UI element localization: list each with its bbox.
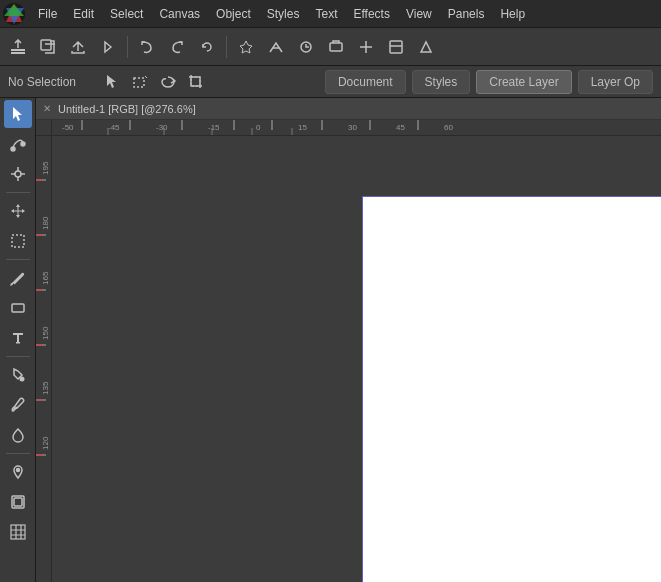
svg-rect-13 bbox=[12, 304, 24, 312]
menu-bar: File Edit Select Canvas Object Styles Te… bbox=[0, 0, 661, 28]
svg-point-11 bbox=[15, 171, 21, 177]
menu-text[interactable]: Text bbox=[307, 4, 345, 24]
menu-select[interactable]: Select bbox=[102, 4, 151, 24]
reset-button[interactable] bbox=[193, 33, 221, 61]
svg-text:-50: -50 bbox=[62, 123, 74, 132]
move-tool[interactable] bbox=[4, 197, 32, 225]
export-button[interactable] bbox=[4, 33, 32, 61]
svg-text:45: 45 bbox=[396, 123, 405, 132]
menu-view[interactable]: View bbox=[398, 4, 440, 24]
svg-text:30: 30 bbox=[348, 123, 357, 132]
svg-point-15 bbox=[19, 377, 24, 382]
svg-text:60: 60 bbox=[444, 123, 453, 132]
marquee-tool[interactable] bbox=[4, 227, 32, 255]
svg-text:180: 180 bbox=[41, 216, 50, 230]
svg-text:-45: -45 bbox=[108, 123, 120, 132]
paint-tool[interactable] bbox=[4, 264, 32, 292]
svg-text:165: 165 bbox=[41, 271, 50, 285]
tool-separator-1 bbox=[6, 192, 30, 193]
undo-button[interactable] bbox=[133, 33, 161, 61]
no-selection-label: No Selection bbox=[8, 75, 88, 89]
forward-button[interactable] bbox=[94, 33, 122, 61]
share-button[interactable] bbox=[64, 33, 92, 61]
app-logo bbox=[2, 2, 26, 26]
menu-file[interactable]: File bbox=[30, 4, 65, 24]
node-tool[interactable] bbox=[4, 130, 32, 158]
document-title: Untitled-1 [RGB] [@276.6%] bbox=[58, 103, 196, 115]
marquee-select-tool[interactable] bbox=[128, 70, 152, 94]
menu-object[interactable]: Object bbox=[208, 4, 259, 24]
tab-styles[interactable]: Styles bbox=[412, 70, 471, 94]
ruler-top: -50 -45 -30 -15 0 15 30 45 60 bbox=[52, 120, 661, 136]
svg-rect-2 bbox=[11, 52, 25, 54]
ruler-left: 195 180 165 150 135 120 bbox=[36, 120, 52, 582]
svg-text:0: 0 bbox=[256, 123, 261, 132]
lasso-tool[interactable] bbox=[156, 70, 180, 94]
svg-text:-15: -15 bbox=[208, 123, 220, 132]
tool-separator-2 bbox=[6, 259, 30, 260]
toolbar-separator-2 bbox=[226, 36, 227, 58]
svg-rect-5 bbox=[330, 43, 342, 51]
tool-extra-6[interactable] bbox=[382, 33, 410, 61]
select-tool[interactable] bbox=[4, 100, 32, 128]
tool-extra-5[interactable] bbox=[352, 33, 380, 61]
fill-tool[interactable] bbox=[4, 361, 32, 389]
tool-extra-2[interactable] bbox=[262, 33, 290, 61]
menu-styles[interactable]: Styles bbox=[259, 4, 308, 24]
tool-extra-4[interactable] bbox=[322, 33, 350, 61]
tab-create-layer[interactable]: Create Layer bbox=[476, 70, 571, 94]
canvas-viewport[interactable] bbox=[52, 136, 661, 582]
redo-button[interactable] bbox=[163, 33, 191, 61]
select-cursor-tool[interactable] bbox=[100, 70, 124, 94]
tool-extra-7[interactable] bbox=[412, 33, 440, 61]
svg-rect-7 bbox=[134, 78, 144, 87]
eyedropper-tool[interactable] bbox=[4, 391, 32, 419]
export2-button[interactable] bbox=[34, 33, 62, 61]
svg-point-9 bbox=[11, 147, 15, 151]
svg-rect-6 bbox=[390, 41, 402, 53]
menu-canvas[interactable]: Canvas bbox=[151, 4, 208, 24]
tool-separator-4 bbox=[6, 453, 30, 454]
white-canvas bbox=[362, 196, 661, 582]
menu-effects[interactable]: Effects bbox=[345, 4, 397, 24]
menu-help[interactable]: Help bbox=[492, 4, 533, 24]
text-tool[interactable] bbox=[4, 324, 32, 352]
svg-rect-14 bbox=[16, 342, 20, 344]
svg-point-10 bbox=[21, 142, 25, 146]
transform-tool[interactable] bbox=[4, 160, 32, 188]
svg-rect-8 bbox=[191, 77, 200, 86]
tool-extra-1[interactable] bbox=[232, 33, 260, 61]
blur-tool[interactable] bbox=[4, 421, 32, 449]
svg-text:-30: -30 bbox=[156, 123, 168, 132]
toolbar-separator-1 bbox=[127, 36, 128, 58]
svg-rect-18 bbox=[14, 498, 22, 506]
main-area: ✕ Untitled-1 [RGB] [@276.6%] -50 -45 -30… bbox=[0, 98, 661, 582]
toolbar bbox=[0, 28, 661, 66]
svg-rect-12 bbox=[12, 235, 24, 247]
svg-point-16 bbox=[16, 469, 19, 472]
toolbox bbox=[0, 98, 36, 582]
location-tool[interactable] bbox=[4, 458, 32, 486]
svg-text:195: 195 bbox=[41, 161, 50, 175]
svg-rect-19 bbox=[11, 525, 25, 539]
menu-panels[interactable]: Panels bbox=[440, 4, 493, 24]
ruler-top-svg: -50 -45 -30 -15 0 15 30 45 60 bbox=[52, 120, 661, 136]
tab-layer-options[interactable]: Layer Op bbox=[578, 70, 653, 94]
ruler-corner bbox=[36, 120, 52, 136]
tab-document[interactable]: Document bbox=[325, 70, 406, 94]
svg-text:150: 150 bbox=[41, 326, 50, 340]
grid-tool[interactable] bbox=[4, 518, 32, 546]
layer-tool[interactable] bbox=[4, 488, 32, 516]
menu-edit[interactable]: Edit bbox=[65, 4, 102, 24]
doc-close-button[interactable]: ✕ bbox=[40, 102, 54, 116]
tool-extra-3[interactable] bbox=[292, 33, 320, 61]
svg-rect-1 bbox=[11, 49, 25, 51]
shape-tool[interactable] bbox=[4, 294, 32, 322]
ruler-left-svg: 195 180 165 150 135 120 bbox=[36, 120, 52, 582]
tool-separator-3 bbox=[6, 356, 30, 357]
svg-text:15: 15 bbox=[298, 123, 307, 132]
svg-text:135: 135 bbox=[41, 381, 50, 395]
svg-text:120: 120 bbox=[41, 436, 50, 450]
crop-tool[interactable] bbox=[184, 70, 208, 94]
svg-rect-3 bbox=[41, 40, 51, 50]
